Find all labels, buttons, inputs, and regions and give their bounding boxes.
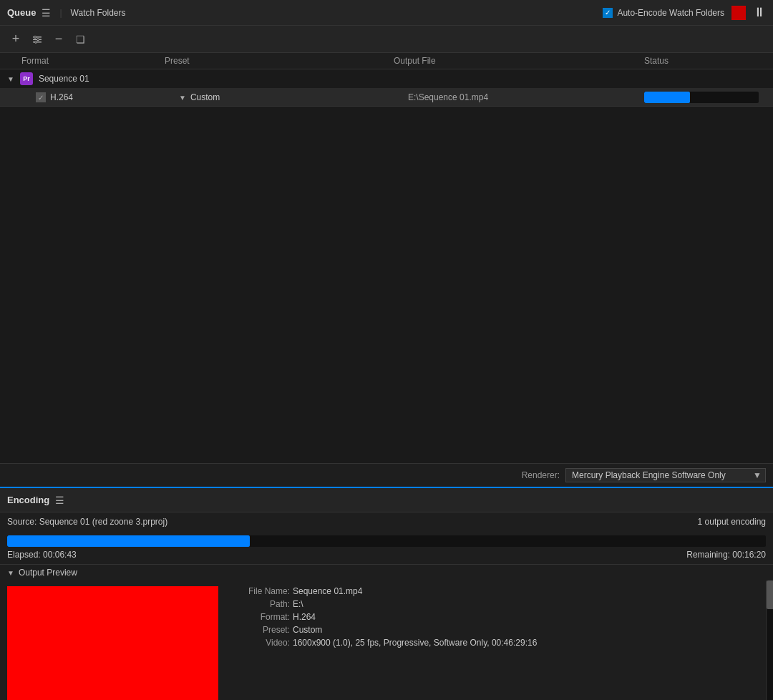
queue-toolbar: + − ❏ <box>0 26 773 53</box>
encode-output-path: E:\Sequence 01.mp4 <box>408 92 644 102</box>
preview-details: File Name: Sequence 01.mp4 Path: E:\ For… <box>225 580 766 700</box>
settings-button[interactable] <box>29 31 46 48</box>
col-status: Status <box>644 56 766 66</box>
filename-label: File Name: <box>233 586 290 596</box>
scrollbar-thumb[interactable] <box>767 580 773 609</box>
auto-encode-checkbox[interactable]: ✓ <box>603 8 613 18</box>
preset-arrow-icon: ▼ <box>179 94 186 102</box>
encoding-progress-bar <box>7 535 766 547</box>
renderer-select[interactable]: Mercury Playback Engine Software Only <box>565 468 766 482</box>
path-value: E:\ <box>293 599 303 609</box>
queue-section: Queue ☰ | Watch Folders ✓ Auto-Encode Wa… <box>0 0 773 487</box>
premiere-icon: Pr <box>20 72 33 85</box>
preview-chevron-icon[interactable]: ▼ <box>7 569 14 577</box>
encode-preset: Custom <box>190 92 220 102</box>
encode-format-cell: ✓ H.264 <box>36 92 179 102</box>
queue-header: Queue ☰ | Watch Folders ✓ Auto-Encode Wa… <box>0 0 773 26</box>
add-button[interactable]: + <box>7 31 24 48</box>
preset-value: Custom <box>293 625 322 635</box>
col-format: Format <box>21 56 165 66</box>
svg-point-4 <box>37 38 39 40</box>
sequence-chevron-icon[interactable]: ▼ <box>7 75 14 83</box>
video-value: 1600x900 (1.0), 25 fps, Progressive, Sof… <box>293 638 537 648</box>
detail-filename: File Name: Sequence 01.mp4 <box>233 586 759 596</box>
pause-button[interactable]: ⏸ <box>753 5 766 20</box>
renderer-select-wrapper: Mercury Playback Engine Software Only ▼ <box>565 468 766 482</box>
output-preview-section: ▼ Output Preview File Name: Sequence 01.… <box>0 564 773 700</box>
queue-header-left: Queue ☰ | Watch Folders <box>7 7 126 19</box>
source-info: Source: Sequence 01 (red zoone 3.prproj)… <box>0 512 773 531</box>
encode-item-row[interactable]: ✓ H.264 ▼ Custom E:\Sequence 01.mp4 <box>0 89 773 107</box>
detail-path: Path: E:\ <box>233 599 759 609</box>
format-value: H.264 <box>293 612 316 622</box>
encode-progress <box>644 92 759 103</box>
time-info: Elapsed: 00:06:43 Remaining: 00:16:20 <box>7 550 766 560</box>
svg-point-5 <box>35 41 37 43</box>
output-encoding-count: 1 output encoding <box>698 517 766 527</box>
queue-menu-icon[interactable]: ☰ <box>42 7 51 19</box>
detail-preset: Preset: Custom <box>233 625 759 635</box>
queue-tab[interactable]: Queue <box>7 7 36 18</box>
output-preview-header: ▼ Output Preview <box>0 564 773 580</box>
progress-bar-outer <box>644 92 759 103</box>
col-output: Output File <box>394 56 644 66</box>
queue-content: ▼ Pr Sequence 01 ✓ H.264 ▼ Custom E:\Seq… <box>0 69 773 463</box>
svg-point-3 <box>34 36 37 38</box>
encoding-title: Encoding <box>7 495 49 505</box>
preview-content: File Name: Sequence 01.mp4 Path: E:\ For… <box>0 580 773 700</box>
watch-folders-tab[interactable]: Watch Folders <box>71 8 126 18</box>
sequence-row[interactable]: ▼ Pr Sequence 01 <box>0 69 773 89</box>
preset-label: Preset: <box>233 625 290 635</box>
encoding-progress-inner <box>7 535 250 547</box>
detail-format: Format: H.264 <box>233 612 759 622</box>
auto-encode-label: ✓ Auto-Encode Watch Folders <box>603 8 724 18</box>
renderer-label: Renderer: <box>522 470 560 480</box>
video-label: Video: <box>233 638 290 648</box>
filename-value: Sequence 01.mp4 <box>293 586 362 596</box>
encoding-section: Encoding ☰ Source: Sequence 01 (red zoon… <box>0 487 773 700</box>
encoding-progress-section: Elapsed: 00:06:43 Remaining: 00:16:20 <box>0 531 773 564</box>
sequence-name: Sequence 01 <box>39 74 89 84</box>
encode-checkbox[interactable]: ✓ <box>36 92 46 102</box>
preview-thumbnail <box>7 586 218 700</box>
queue-toolbar-right: ✓ Auto-Encode Watch Folders ⏸ <box>603 5 766 20</box>
output-preview-label: Output Preview <box>19 568 77 578</box>
remove-button[interactable]: − <box>50 31 67 48</box>
col-preset: Preset <box>165 56 394 66</box>
remaining-text: Remaining: 00:16:20 <box>686 550 766 560</box>
source-text: Source: Sequence 01 (red zoone 3.prproj) <box>7 517 167 527</box>
encode-preset-cell: ▼ Custom <box>179 92 408 102</box>
encoding-menu-icon[interactable]: ☰ <box>55 495 64 506</box>
encoding-header: Encoding ☰ <box>0 488 773 512</box>
encode-format: H.264 <box>50 92 73 102</box>
preview-scrollbar[interactable] <box>766 580 773 700</box>
queue-table-header: Format Preset Output File Status <box>0 53 773 69</box>
progress-bar-inner <box>644 92 690 103</box>
path-label: Path: <box>233 599 290 609</box>
renderer-bar: Renderer: Mercury Playback Engine Softwa… <box>0 463 773 487</box>
elapsed-text: Elapsed: 00:06:43 <box>7 550 77 560</box>
duplicate-button[interactable]: ❏ <box>72 31 89 48</box>
stop-button[interactable] <box>731 6 746 20</box>
format-label: Format: <box>233 612 290 622</box>
detail-video: Video: 1600x900 (1.0), 25 fps, Progressi… <box>233 638 759 648</box>
